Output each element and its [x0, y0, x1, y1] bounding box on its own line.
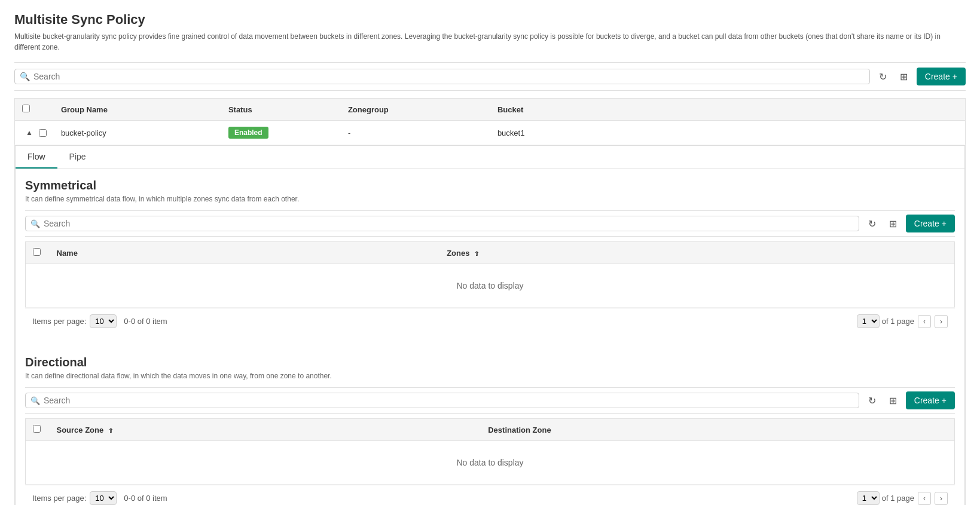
- sym-header-checkbox-cell: [26, 242, 50, 264]
- directional-refresh-button[interactable]: ↻: [864, 392, 880, 409]
- main-select-all-checkbox[interactable]: [22, 105, 30, 112]
- tab-bar: Flow Pipe: [16, 146, 964, 169]
- expand-content-cell: Flow Pipe Symmetrical It can define symm…: [15, 145, 966, 506]
- directional-search-box[interactable]: 🔍: [25, 393, 859, 408]
- symmetrical-toolbar: 🔍 ↻ ⊞ Create +: [25, 210, 955, 237]
- dir-count-info: 0-0 of 0 item: [124, 494, 849, 503]
- row-bucket: bucket1: [490, 121, 966, 145]
- directional-section: Directional It can define directional da…: [25, 346, 955, 505]
- sym-prev-page-button[interactable]: ‹: [918, 315, 931, 328]
- sym-zones-sort-icon: ⇧: [474, 250, 479, 257]
- sym-page-select: 1 of 1 page: [857, 314, 914, 328]
- sym-no-data-row: No data to display: [26, 264, 955, 308]
- dir-select-all-checkbox[interactable]: [33, 425, 41, 433]
- dir-items-per-page-select[interactable]: 10 25 50: [90, 491, 117, 505]
- tab-content: Symmetrical It can define symmetrical da…: [16, 169, 964, 505]
- directional-header-row: Source Zone ⇧ Destination Zone: [26, 419, 955, 441]
- main-toolbar: 🔍 ↻ ⊞ Create +: [14, 62, 966, 91]
- symmetrical-title: Symmetrical: [25, 179, 955, 192]
- sym-no-data-cell: No data to display: [26, 264, 955, 308]
- sym-page-nav: 1 of 1 page ‹ ›: [857, 314, 948, 328]
- symmetrical-pagination: Items per page: 10 25 50 0-0 of 0 item: [25, 308, 955, 334]
- directional-search-input[interactable]: [44, 396, 854, 405]
- dir-page-number-select[interactable]: 1: [857, 491, 880, 505]
- tab-pipe[interactable]: Pipe: [57, 146, 98, 169]
- main-columns-button[interactable]: ⊞: [896, 68, 912, 85]
- dir-page-select: 1 of 1 page: [857, 491, 914, 505]
- sym-count-info: 0-0 of 0 item: [124, 317, 849, 326]
- sym-of-page: of 1 page: [882, 317, 914, 326]
- expand-content: Flow Pipe Symmetrical It can define symm…: [15, 145, 965, 505]
- main-header-checkbox-cell: [15, 99, 54, 121]
- dir-header-source-zone: Source Zone ⇧: [50, 419, 481, 441]
- tab-flow[interactable]: Flow: [16, 146, 57, 169]
- dir-header-checkbox-cell: [26, 419, 50, 441]
- expand-row: Flow Pipe Symmetrical It can define symm…: [15, 145, 966, 506]
- directional-create-icon: +: [942, 396, 947, 405]
- sym-header-name: Name: [50, 242, 440, 264]
- dir-header-destination-zone: Destination Zone: [481, 419, 954, 441]
- dir-items-per-page-label: Items per page:: [32, 494, 86, 503]
- symmetrical-table: Name Zones ⇧: [25, 241, 955, 308]
- dir-next-page-button[interactable]: ›: [935, 492, 948, 505]
- dir-no-data-row: No data to display: [26, 441, 955, 485]
- dir-prev-page-button[interactable]: ‹: [918, 492, 931, 505]
- directional-columns-button[interactable]: ⊞: [885, 392, 901, 409]
- row-group-name: bucket-policy: [54, 121, 221, 145]
- dir-of-page: of 1 page: [882, 494, 914, 503]
- row-zonegroup: -: [341, 121, 490, 145]
- directional-table: Source Zone ⇧ Destination Zone: [25, 418, 955, 485]
- main-header-group-name: Group Name: [54, 99, 221, 121]
- dir-source-sort-icon: ⇧: [108, 427, 113, 434]
- create-label: Create: [925, 72, 950, 81]
- dir-no-data: No data to display: [26, 441, 954, 484]
- symmetrical-create-button[interactable]: Create +: [906, 215, 955, 232]
- directional-title: Directional: [25, 356, 955, 369]
- sym-items-per-page: Items per page: 10 25 50: [32, 314, 117, 328]
- dir-no-data-cell: No data to display: [26, 441, 955, 485]
- sym-items-per-page-select[interactable]: 10 25 50: [90, 314, 117, 328]
- row-checkbox[interactable]: [39, 129, 47, 137]
- symmetrical-search-icon: 🔍: [30, 219, 40, 228]
- main-table: Group Name Status Zonegroup Bucket ▲: [14, 98, 966, 505]
- page-title: Multisite Sync Policy: [14, 12, 966, 27]
- symmetrical-columns-button[interactable]: ⊞: [885, 215, 901, 232]
- main-header-zonegroup: Zonegroup: [341, 99, 490, 121]
- page-description: Multisite bucket-granularity sync policy…: [14, 31, 966, 53]
- page-container: Multisite Sync Policy Multisite bucket-g…: [0, 0, 980, 505]
- main-header-bucket: Bucket: [490, 99, 966, 121]
- symmetrical-section: Symmetrical It can define symmetrical da…: [25, 169, 955, 334]
- sym-no-data: No data to display: [26, 264, 954, 307]
- search-icon: 🔍: [20, 72, 30, 81]
- main-search-input[interactable]: [33, 72, 865, 81]
- main-create-button[interactable]: Create +: [917, 68, 966, 85]
- sym-select-all-checkbox[interactable]: [33, 248, 41, 256]
- sym-next-page-button[interactable]: ›: [935, 315, 948, 328]
- directional-create-button[interactable]: Create +: [906, 391, 955, 409]
- sym-header-zones: Zones ⇧: [439, 242, 954, 264]
- main-refresh-button[interactable]: ↻: [875, 68, 891, 85]
- symmetrical-desc: It can define symmetrical data flow, in …: [25, 195, 955, 203]
- directional-search-icon: 🔍: [30, 396, 40, 405]
- main-table-header-row: Group Name Status Zonegroup Bucket: [15, 99, 966, 121]
- dir-page-nav: 1 of 1 page ‹ ›: [857, 491, 948, 505]
- create-plus-icon: +: [952, 72, 957, 81]
- sym-page-number-select[interactable]: 1: [857, 314, 880, 328]
- symmetrical-create-icon: +: [942, 219, 947, 228]
- directional-desc: It can define directional data flow, in …: [25, 372, 955, 380]
- directional-toolbar: 🔍 ↻ ⊞ Create +: [25, 387, 955, 414]
- symmetrical-search-box[interactable]: 🔍: [25, 216, 859, 231]
- status-badge: Enabled: [228, 127, 268, 139]
- row-expand-toggle[interactable]: ▲: [22, 127, 36, 139]
- main-search-box[interactable]: 🔍: [14, 69, 870, 84]
- symmetrical-refresh-button[interactable]: ↻: [864, 215, 880, 232]
- dir-items-per-page: Items per page: 10 25 50: [32, 491, 117, 505]
- row-status: Enabled: [221, 121, 341, 145]
- directional-pagination: Items per page: 10 25 50 0-0 of 0 item: [25, 485, 955, 505]
- sym-items-per-page-label: Items per page:: [32, 317, 86, 326]
- symmetrical-header-row: Name Zones ⇧: [26, 242, 955, 264]
- table-row: ▲ bucket-policy Enabled - bucket1: [15, 121, 966, 145]
- row-expand-checkbox-cell: ▲: [15, 121, 54, 145]
- main-header-status: Status: [221, 99, 341, 121]
- symmetrical-search-input[interactable]: [44, 219, 854, 228]
